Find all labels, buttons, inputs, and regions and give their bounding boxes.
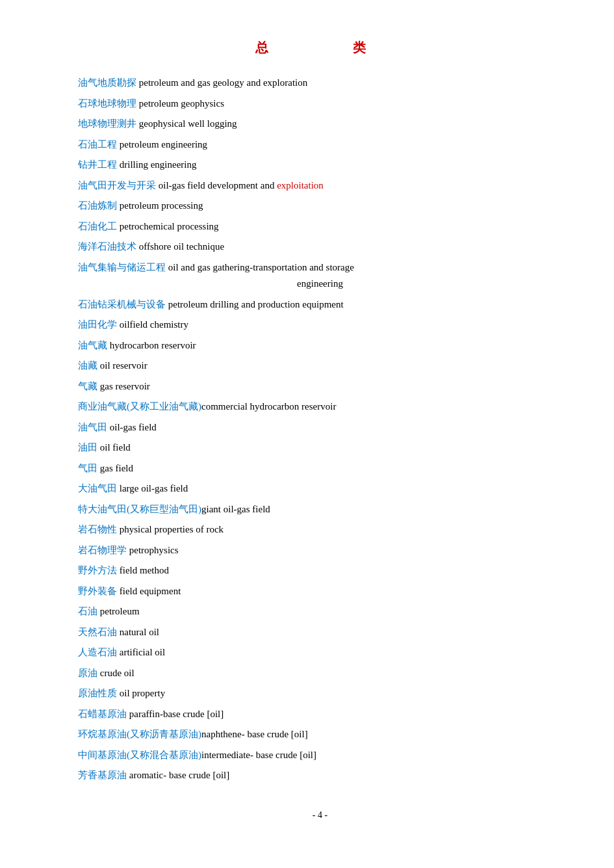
zh-term: 油气田开发与开采 <box>78 180 156 191</box>
en-term: oil-gas field development and <box>159 180 277 191</box>
list-item: 岩石物性 physical properties of rock <box>78 521 562 538</box>
zh-term: 石油工程 <box>78 139 117 150</box>
en-term: oil reservoir <box>100 360 147 371</box>
zh-term: 野外方法 <box>78 565 117 575</box>
list-item: 岩石物理学 petrophysics <box>78 542 562 559</box>
zh-term: 岩石物性 <box>78 524 117 534</box>
list-item: 石蜡基原油 paraffin-base crude [oil] <box>78 706 562 723</box>
list-item: 气田 gas field <box>78 460 562 477</box>
list-item: 油田 oil field <box>78 440 562 456</box>
zh-term: 气藏 <box>78 381 97 391</box>
list-item: 野外装备 field equipment <box>78 583 562 600</box>
zh-term: 油田化学 <box>78 319 117 330</box>
en-term: oil-gas field <box>110 422 157 432</box>
list-item: 人造石油 artificial oil <box>78 644 562 661</box>
zh-term: 天然石油 <box>78 627 117 637</box>
zh-term: 油气地质勘探 <box>78 77 136 88</box>
list-item: 石油钻采机械与设备 petroleum drilling and product… <box>78 296 562 313</box>
en-term: geophysical well logging <box>139 118 237 129</box>
en-term: petrochemical processing <box>120 221 219 231</box>
list-item: 石油化工 petrochemical processing <box>78 218 562 235</box>
zh-term: 石油炼制 <box>78 200 117 211</box>
zh-term: 石蜡基原油 <box>78 709 127 719</box>
en-term-highlight: exploitation <box>277 180 324 191</box>
list-item: 石油炼制 petroleum processing <box>78 198 562 215</box>
en-term: oil field <box>100 442 131 453</box>
list-item: 钻井工程 drilling engineering <box>78 157 562 174</box>
en-term: gas reservoir <box>100 381 150 391</box>
zh-term: 原油 <box>78 668 97 678</box>
en-term: intermediate- base crude [oil] <box>201 750 316 760</box>
zh-term: 商业油气藏(又称工业油气藏) <box>78 401 201 412</box>
zh-term: 石油 <box>78 606 97 616</box>
en-term: artificial oil <box>120 647 165 657</box>
zh-term: 环烷基原油(又称沥青基原油) <box>78 729 201 739</box>
en-term: oil property <box>120 688 165 698</box>
list-item: 芳香基原油 aromatic- base crude [oil] <box>78 767 562 784</box>
list-item: 油气田 oil-gas field <box>78 419 562 436</box>
list-item: 原油性质 oil property <box>78 685 562 702</box>
zh-term: 岩石物理学 <box>78 545 127 555</box>
en-term: petroleum drilling and production equipm… <box>168 299 344 309</box>
en-term: paraffin-base crude [oil] <box>129 709 224 719</box>
zh-term: 海洋石油技术 <box>78 241 136 252</box>
en-term-continuation: engineering <box>78 276 562 293</box>
en-term: petroleum geophysics <box>139 98 224 109</box>
en-term: petroleum and gas geology and exploratio… <box>139 77 308 88</box>
list-item: 环烷基原油(又称沥青基原油)naphthene- base crude [oil… <box>78 726 562 743</box>
page-number: - 4 - <box>78 810 562 821</box>
list-item: 中间基原油(又称混合基原油)intermediate- base crude [… <box>78 747 562 764</box>
en-term: large oil-gas field <box>120 483 188 493</box>
en-term: crude oil <box>100 668 134 678</box>
zh-term: 油田 <box>78 442 97 453</box>
zh-term: 油藏 <box>78 360 97 371</box>
zh-term: 石油化工 <box>78 221 117 231</box>
list-item: 油气藏 hydrocarbon reservoir <box>78 337 562 354</box>
en-term: naphthene- base crude [oil] <box>201 729 308 739</box>
zh-term: 油气藏 <box>78 340 107 350</box>
zh-term: 特大油气田(又称巨型油气田) <box>78 504 201 514</box>
list-item: 油气地质勘探 petroleum and gas geology and exp… <box>78 75 562 92</box>
en-term: field equipment <box>120 586 181 596</box>
en-term: gas field <box>100 463 133 473</box>
zh-term: 油气集输与储运工程 <box>78 262 166 272</box>
list-item: 油气田开发与开采 oil-gas field development and e… <box>78 178 562 194</box>
zh-term: 油气田 <box>78 422 107 432</box>
en-term: aromatic- base crude [oil] <box>129 770 230 780</box>
list-item: 大油气田 large oil-gas field <box>78 480 562 497</box>
en-term: petroleum <box>100 606 140 616</box>
list-item: 石油工程 petroleum engineering <box>78 137 562 153</box>
zh-term: 钻井工程 <box>78 159 117 170</box>
en-term: oil and gas gathering-transportation and… <box>168 262 354 272</box>
en-term: petroleum processing <box>120 200 203 211</box>
en-term: petroleum engineering <box>120 139 207 150</box>
zh-term: 中间基原油(又称混合基原油) <box>78 750 201 760</box>
en-term: physical properties of rock <box>120 524 224 534</box>
zh-term: 原油性质 <box>78 688 117 698</box>
list-item: 特大油气田(又称巨型油气田)giant oil-gas field <box>78 501 562 518</box>
en-term: petrophysics <box>129 545 179 555</box>
zh-term: 气田 <box>78 463 97 473</box>
zh-term: 大油气田 <box>78 483 117 493</box>
list-item: 原油 crude oil <box>78 665 562 682</box>
list-item: 石球地球物理 petroleum geophysics <box>78 96 562 112</box>
list-item: 油藏 oil reservoir <box>78 358 562 375</box>
zh-term: 石油钻采机械与设备 <box>78 299 166 309</box>
zh-term: 野外装备 <box>78 586 117 596</box>
zh-term: 地球物理测井 <box>78 118 136 129</box>
en-term: natural oil <box>120 627 159 637</box>
list-item: 商业油气藏(又称工业油气藏)commercial hydrocarbon res… <box>78 399 562 415</box>
en-term: hydrocarbon reservoir <box>110 340 196 350</box>
en-term: oilfield chemistry <box>120 319 188 330</box>
entry-list: 油气地质勘探 petroleum and gas geology and exp… <box>78 75 562 784</box>
list-item: 石油 petroleum <box>78 603 562 620</box>
en-term: offshore oil technique <box>139 241 224 252</box>
page-title: 总 类 <box>78 39 562 57</box>
list-item: 油气集输与储运工程 oil and gas gathering-transpor… <box>78 259 562 293</box>
en-term: commercial hydrocarbon reservoir <box>201 401 336 412</box>
list-item: 气藏 gas reservoir <box>78 378 562 395</box>
list-item: 油田化学 oilfield chemistry <box>78 317 562 334</box>
list-item: 天然石油 natural oil <box>78 624 562 641</box>
zh-term: 芳香基原油 <box>78 770 127 780</box>
list-item: 野外方法 field method <box>78 562 562 579</box>
